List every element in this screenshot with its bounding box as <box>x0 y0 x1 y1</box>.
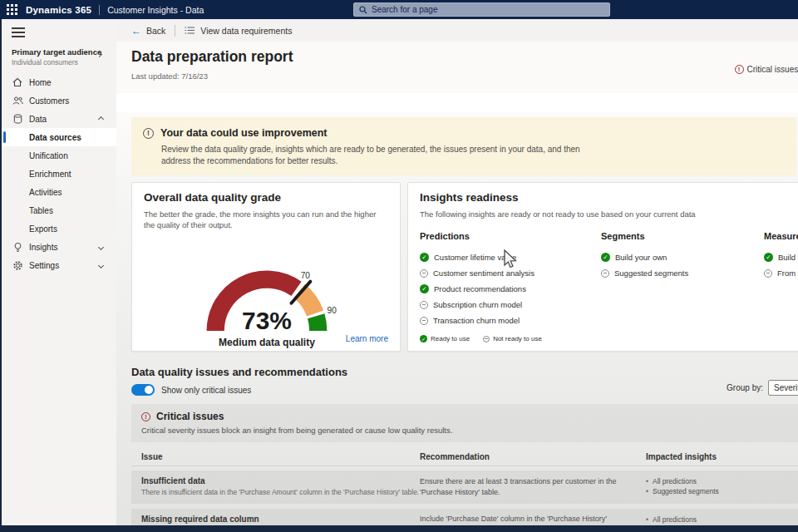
data-quality-grade-card: Overall data quality grade The better th… <box>131 182 401 352</box>
bottom-frame-strip <box>0 525 798 532</box>
readiness-item[interactable]: Customer sentiment analysis <box>420 265 598 281</box>
gear-icon <box>12 259 23 271</box>
page-header: Data preparation report Last updated: 7/… <box>116 42 798 93</box>
toggle-label: Show only critical issues <box>161 386 251 395</box>
page-title: Data preparation report <box>131 48 293 66</box>
chevron-up-icon[interactable] <box>98 116 104 121</box>
readiness-item-label: Product recommendations <box>434 284 526 293</box>
recommendation-text: Ensure there are at least 3 transactions… <box>410 470 636 504</box>
sidebar-item-insights[interactable]: Insights <box>2 238 116 256</box>
column-header-recommendation[interactable]: Recommendation <box>410 452 636 461</box>
readiness-item-label: Customer sentiment analysis <box>433 268 534 278</box>
home-icon <box>12 76 23 88</box>
info-icon: ! <box>143 128 154 139</box>
sidebar-item-exports[interactable]: Exports <box>2 219 116 238</box>
impacted-insights: All predictions Suggested segments <box>636 470 798 504</box>
sidebar-item-settings[interactable]: Settings <box>2 256 116 274</box>
column-header-impacted[interactable]: Impacted insights <box>636 452 798 461</box>
learn-more-link[interactable]: Learn more <box>346 334 388 343</box>
readiness-item[interactable]: Suggested segments <box>601 265 763 281</box>
ready-icon: ✓ <box>420 253 429 262</box>
not-ready-icon <box>483 336 490 342</box>
sidebar-item-label: Exports <box>29 224 57 234</box>
ready-icon: ✓ <box>420 335 427 342</box>
banner-title: Your data could use improvement <box>160 127 328 139</box>
app-window: Dynamics 365 Customer Insights - Data Pr… <box>0 0 798 532</box>
critical-issues-toggle[interactable] <box>131 384 155 396</box>
brand-title[interactable]: Dynamics 365 <box>26 5 91 15</box>
sidebar-item-unification[interactable]: Unification <box>2 146 116 165</box>
sidebar-item-label: Settings <box>29 261 59 270</box>
back-label: Back <box>146 26 165 36</box>
readiness-item[interactable]: From templates <box>764 265 798 281</box>
readiness-item[interactable]: ✓Product recommendations <box>420 281 598 297</box>
group-by-dropdown[interactable]: Severity <box>768 380 798 396</box>
waffle-menu-icon[interactable] <box>7 4 18 16</box>
column-header-issue[interactable]: Issue <box>131 452 410 461</box>
gauge-segment-high <box>316 316 318 331</box>
gauge-caption: Medium data quality <box>219 337 315 348</box>
readiness-item[interactable]: Subscription churn model <box>420 297 598 313</box>
back-button[interactable]: ← Back <box>131 26 165 36</box>
hamburger-menu-icon[interactable] <box>12 27 25 37</box>
sidebar-item-activities[interactable]: Activities <box>2 183 116 201</box>
sidebar-item-data-sources[interactable]: Data sources <box>2 128 116 146</box>
readiness-item[interactable]: ✓Build your own <box>764 249 798 265</box>
ready-icon: ✓ <box>764 253 773 262</box>
app-name[interactable]: Customer Insights - Data <box>107 5 204 15</box>
measures-column: Measures ✓Build your own From templates <box>764 231 798 281</box>
readiness-item[interactable]: Transaction churn model <box>420 313 598 328</box>
chevron-down-icon[interactable] <box>98 262 104 268</box>
search-box[interactable] <box>353 2 610 17</box>
critical-warning-icon: ! <box>735 65 744 74</box>
sidebar-item-data[interactable]: Data <box>2 110 116 128</box>
readiness-item-label: Subscription churn model <box>433 300 522 309</box>
ready-icon: ✓ <box>601 253 610 262</box>
requirements-list-icon <box>185 26 195 35</box>
legend-ready-label: Ready to use <box>431 335 470 342</box>
grade-card-title: Overall data quality grade <box>144 191 281 204</box>
critical-issues-indicator[interactable]: ! Critical issues: <box>735 65 798 74</box>
command-bar: ← Back View data requirements <box>116 19 798 42</box>
readiness-item-label: Build your own <box>778 253 798 262</box>
table-row[interactable]: Insufficient data There is insufficient … <box>131 470 798 504</box>
ready-icon: ✓ <box>420 284 429 293</box>
chevron-down-icon[interactable] <box>98 244 104 249</box>
critical-issues-description: Critical severity issues block an insigh… <box>141 426 798 435</box>
issue-title: Missing required data column <box>141 515 395 524</box>
readiness-legend: ✓Ready to use Not ready to use <box>420 335 542 342</box>
environment-picker[interactable]: Primary target audience Individual consu… <box>2 44 116 73</box>
commandbar-divider <box>175 25 175 37</box>
gauge-tick-high: 90 <box>328 306 337 315</box>
gauge-value: 73% <box>242 307 292 334</box>
grade-card-description: The better the grade, the more insights … <box>144 209 385 231</box>
table-row[interactable]: Missing required data column The require… <box>131 509 798 525</box>
database-icon <box>12 113 23 125</box>
sidebar-item-customers[interactable]: Customers <box>2 91 116 110</box>
readiness-item-label: Customer lifetime value <box>434 253 516 262</box>
sidebar-item-enrichment[interactable]: Enrichment <box>2 165 116 183</box>
view-data-requirements-button[interactable]: View data requirements <box>185 26 292 36</box>
sidebar-item-label: Insights <box>29 243 57 252</box>
readiness-item[interactable]: ✓Build your own <box>601 249 763 265</box>
topbar-divider <box>99 5 100 15</box>
environment-type: Individual consumers <box>12 58 106 66</box>
recommendation-text: Include 'Purchase Date' column in the 'P… <box>410 509 636 525</box>
gauge-tick-low: 70 <box>301 271 311 280</box>
insights-readiness-card: Insights readiness The following insight… <box>407 182 798 352</box>
not-ready-icon <box>601 269 609 278</box>
sidebar-item-label: Data <box>29 115 47 124</box>
search-icon <box>359 6 367 14</box>
sidebar-item-tables[interactable]: Tables <box>2 201 116 219</box>
issues-section-title: Data quality issues and recommendations <box>131 366 347 378</box>
search-input[interactable] <box>372 5 604 14</box>
sidebar-item-label: Activities <box>29 188 62 197</box>
banner-description: Review the data quality grade, insights … <box>161 144 581 166</box>
critical-issues-panel: ! Critical issues Critical severity issu… <box>131 404 798 442</box>
readiness-item[interactable]: ✓Customer lifetime value <box>420 249 598 265</box>
segments-column: Segments ✓Build your own Suggested segme… <box>601 231 763 281</box>
issues-table-header: Issue Recommendation Impacted insights <box>131 448 798 466</box>
legend-not-ready-label: Not ready to use <box>493 335 542 342</box>
sidebar-item-home[interactable]: Home <box>2 73 116 91</box>
column-header: Segments <box>601 231 763 241</box>
